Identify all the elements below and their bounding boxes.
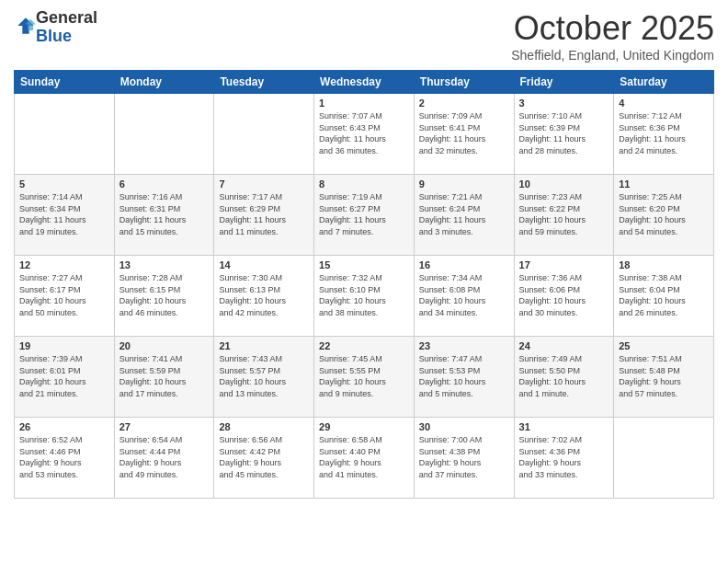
calendar-cell: 6Sunrise: 7:16 AM Sunset: 6:31 PM Daylig… [114, 175, 214, 256]
day-number: 27 [119, 421, 210, 432]
page: General Blue October 2025 Sheffield, Eng… [0, 0, 728, 563]
day-info: Sunrise: 7:07 AM Sunset: 6:43 PM Dayligh… [319, 110, 409, 156]
header-monday: Monday [114, 71, 214, 94]
day-number: 24 [519, 340, 609, 351]
weekday-header-row: Sunday Monday Tuesday Wednesday Thursday… [15, 71, 714, 94]
day-info: Sunrise: 7:34 AM Sunset: 6:08 PM Dayligh… [419, 272, 509, 318]
calendar-cell: 3Sunrise: 7:10 AM Sunset: 6:39 PM Daylig… [514, 94, 614, 175]
day-info: Sunrise: 7:25 AM Sunset: 6:20 PM Dayligh… [619, 191, 709, 237]
calendar-cell [614, 418, 714, 499]
day-number: 12 [19, 259, 109, 270]
calendar-cell: 21Sunrise: 7:43 AM Sunset: 5:57 PM Dayli… [214, 337, 314, 418]
day-info: Sunrise: 7:21 AM Sunset: 6:24 PM Dayligh… [419, 191, 509, 237]
day-number: 10 [519, 178, 609, 190]
day-info: Sunrise: 7:43 AM Sunset: 5:57 PM Dayligh… [219, 353, 309, 399]
day-info: Sunrise: 7:32 AM Sunset: 6:10 PM Dayligh… [319, 272, 409, 318]
day-info: Sunrise: 7:17 AM Sunset: 6:29 PM Dayligh… [219, 191, 309, 237]
day-info: Sunrise: 7:49 AM Sunset: 5:50 PM Dayligh… [519, 353, 609, 399]
header: General Blue October 2025 Sheffield, Eng… [14, 9, 714, 63]
day-number: 13 [119, 259, 210, 270]
week-row-2: 5Sunrise: 7:14 AM Sunset: 6:34 PM Daylig… [15, 175, 714, 256]
day-info: Sunrise: 7:51 AM Sunset: 5:48 PM Dayligh… [619, 353, 709, 399]
day-info: Sunrise: 6:56 AM Sunset: 4:42 PM Dayligh… [219, 434, 309, 480]
day-number: 28 [219, 421, 309, 432]
calendar-cell [114, 94, 214, 175]
day-info: Sunrise: 7:38 AM Sunset: 6:04 PM Dayligh… [619, 272, 709, 318]
calendar-cell: 10Sunrise: 7:23 AM Sunset: 6:22 PM Dayli… [514, 175, 614, 256]
day-info: Sunrise: 7:19 AM Sunset: 6:27 PM Dayligh… [319, 191, 409, 237]
calendar-cell: 9Sunrise: 7:21 AM Sunset: 6:24 PM Daylig… [414, 175, 514, 256]
day-info: Sunrise: 7:09 AM Sunset: 6:41 PM Dayligh… [419, 110, 509, 156]
calendar-cell: 4Sunrise: 7:12 AM Sunset: 6:36 PM Daylig… [614, 94, 714, 175]
day-info: Sunrise: 7:30 AM Sunset: 6:13 PM Dayligh… [219, 272, 309, 318]
day-number: 8 [319, 178, 409, 190]
day-info: Sunrise: 6:52 AM Sunset: 4:46 PM Dayligh… [19, 434, 109, 480]
calendar-cell: 22Sunrise: 7:45 AM Sunset: 5:55 PM Dayli… [314, 337, 415, 418]
calendar-cell: 11Sunrise: 7:25 AM Sunset: 6:20 PM Dayli… [614, 175, 714, 256]
day-number: 2 [419, 98, 509, 109]
day-number: 4 [619, 98, 709, 109]
day-number: 7 [219, 178, 309, 190]
calendar-cell: 15Sunrise: 7:32 AM Sunset: 6:10 PM Dayli… [314, 256, 415, 337]
day-info: Sunrise: 7:39 AM Sunset: 6:01 PM Dayligh… [19, 353, 109, 399]
calendar-cell: 1Sunrise: 7:07 AM Sunset: 6:43 PM Daylig… [314, 94, 415, 175]
calendar-cell: 25Sunrise: 7:51 AM Sunset: 5:48 PM Dayli… [614, 337, 714, 418]
calendar-cell: 28Sunrise: 6:56 AM Sunset: 4:42 PM Dayli… [214, 418, 314, 499]
calendar-cell: 27Sunrise: 6:54 AM Sunset: 4:44 PM Dayli… [114, 418, 214, 499]
day-number: 16 [419, 259, 509, 270]
day-info: Sunrise: 7:28 AM Sunset: 6:15 PM Dayligh… [119, 272, 210, 318]
header-sunday: Sunday [15, 71, 115, 94]
calendar-cell: 2Sunrise: 7:09 AM Sunset: 6:41 PM Daylig… [414, 94, 514, 175]
day-info: Sunrise: 7:10 AM Sunset: 6:39 PM Dayligh… [519, 110, 609, 156]
day-info: Sunrise: 7:23 AM Sunset: 6:22 PM Dayligh… [519, 191, 609, 237]
calendar-cell: 18Sunrise: 7:38 AM Sunset: 6:04 PM Dayli… [614, 256, 714, 337]
day-number: 17 [519, 259, 609, 270]
month-title: October 2025 [511, 9, 714, 48]
calendar-cell: 5Sunrise: 7:14 AM Sunset: 6:34 PM Daylig… [15, 175, 115, 256]
day-number: 14 [219, 259, 309, 270]
header-friday: Friday [514, 71, 614, 94]
day-info: Sunrise: 7:00 AM Sunset: 4:38 PM Dayligh… [419, 434, 509, 480]
calendar-cell: 26Sunrise: 6:52 AM Sunset: 4:46 PM Dayli… [15, 418, 115, 499]
day-number: 29 [319, 421, 409, 432]
logo: General Blue [14, 9, 97, 46]
calendar-cell: 20Sunrise: 7:41 AM Sunset: 5:59 PM Dayli… [114, 337, 214, 418]
calendar-cell: 14Sunrise: 7:30 AM Sunset: 6:13 PM Dayli… [214, 256, 314, 337]
calendar-cell: 24Sunrise: 7:49 AM Sunset: 5:50 PM Dayli… [514, 337, 614, 418]
day-number: 22 [319, 340, 409, 351]
calendar-cell [214, 94, 314, 175]
calendar-cell: 19Sunrise: 7:39 AM Sunset: 6:01 PM Dayli… [15, 337, 115, 418]
header-wednesday: Wednesday [314, 71, 415, 94]
day-number: 23 [419, 340, 509, 351]
location: Sheffield, England, United Kingdom [511, 48, 714, 63]
day-number: 20 [119, 340, 210, 351]
logo-icon [16, 16, 36, 36]
day-info: Sunrise: 7:02 AM Sunset: 4:36 PM Dayligh… [519, 434, 609, 480]
day-info: Sunrise: 7:41 AM Sunset: 5:59 PM Dayligh… [119, 353, 210, 399]
day-number: 9 [419, 178, 509, 190]
week-row-5: 26Sunrise: 6:52 AM Sunset: 4:46 PM Dayli… [15, 418, 714, 499]
day-number: 18 [619, 259, 709, 270]
header-saturday: Saturday [614, 71, 714, 94]
day-number: 26 [19, 421, 109, 432]
header-tuesday: Tuesday [214, 71, 314, 94]
logo-blue-text: Blue [36, 27, 72, 45]
calendar-cell: 13Sunrise: 7:28 AM Sunset: 6:15 PM Dayli… [114, 256, 214, 337]
day-info: Sunrise: 7:45 AM Sunset: 5:55 PM Dayligh… [319, 353, 409, 399]
day-info: Sunrise: 7:36 AM Sunset: 6:06 PM Dayligh… [519, 272, 609, 318]
calendar-cell: 17Sunrise: 7:36 AM Sunset: 6:06 PM Dayli… [514, 256, 614, 337]
calendar-cell: 7Sunrise: 7:17 AM Sunset: 6:29 PM Daylig… [214, 175, 314, 256]
day-info: Sunrise: 6:58 AM Sunset: 4:40 PM Dayligh… [319, 434, 409, 480]
day-info: Sunrise: 7:27 AM Sunset: 6:17 PM Dayligh… [19, 272, 109, 318]
day-number: 31 [519, 421, 609, 432]
day-info: Sunrise: 7:14 AM Sunset: 6:34 PM Dayligh… [19, 191, 109, 237]
calendar-cell: 30Sunrise: 7:00 AM Sunset: 4:38 PM Dayli… [414, 418, 514, 499]
day-info: Sunrise: 6:54 AM Sunset: 4:44 PM Dayligh… [119, 434, 210, 480]
week-row-3: 12Sunrise: 7:27 AM Sunset: 6:17 PM Dayli… [15, 256, 714, 337]
day-info: Sunrise: 7:47 AM Sunset: 5:53 PM Dayligh… [419, 353, 509, 399]
day-number: 15 [319, 259, 409, 270]
calendar-cell [15, 94, 115, 175]
week-row-4: 19Sunrise: 7:39 AM Sunset: 6:01 PM Dayli… [15, 337, 714, 418]
header-thursday: Thursday [414, 71, 514, 94]
week-row-1: 1Sunrise: 7:07 AM Sunset: 6:43 PM Daylig… [15, 94, 714, 175]
